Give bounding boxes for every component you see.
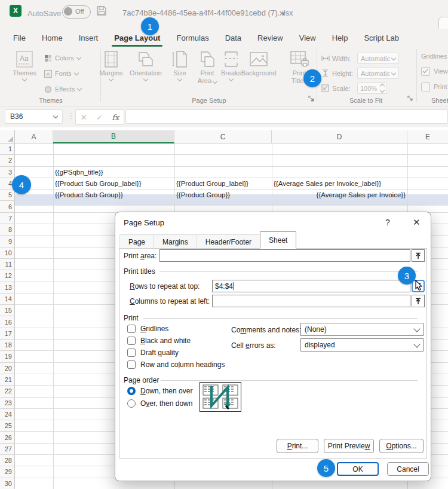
- tab-help[interactable]: Help: [332, 33, 348, 42]
- checkbox-unchecked-icon[interactable]: [127, 337, 136, 345]
- scale-spinner[interactable]: 100%: [357, 82, 387, 94]
- fonts-button[interactable]: A Fonts: [44, 67, 81, 80]
- row-header-5[interactable]: 5: [0, 190, 15, 201]
- row-header-18[interactable]: 18: [0, 340, 15, 351]
- row-header-25[interactable]: 25: [0, 420, 15, 432]
- tab-home[interactable]: Home: [42, 33, 63, 42]
- tab-data[interactable]: Data: [225, 33, 241, 42]
- row-header-22[interactable]: 22: [0, 386, 15, 397]
- column-header-e[interactable]: E: [407, 130, 448, 143]
- effects-button[interactable]: Effects: [44, 82, 81, 96]
- row-header-27[interactable]: 27: [0, 444, 15, 455]
- row-header-9[interactable]: 9: [0, 236, 15, 247]
- page-setup-dialog-launcher-icon[interactable]: [308, 96, 314, 102]
- cols-repeat-input[interactable]: [212, 295, 410, 307]
- cell-b4[interactable]: {{Product Sub Group_label}}: [55, 178, 174, 190]
- scale-to-fit-dialog-launcher-icon[interactable]: [407, 96, 413, 102]
- gridlines-print-checkbox[interactable]: Print: [421, 80, 448, 93]
- row-header-3[interactable]: 3: [0, 167, 15, 178]
- rows-repeat-input[interactable]: $4:$4: [212, 280, 410, 292]
- dialog-close-icon[interactable]: ✕: [413, 217, 421, 228]
- column-header-c[interactable]: C: [174, 130, 272, 143]
- row-header-7[interactable]: 7: [0, 213, 15, 224]
- themes-button[interactable]: Aa Themes: [7, 50, 42, 81]
- column-header-a[interactable]: A: [15, 130, 53, 143]
- row-header-15[interactable]: 15: [0, 305, 15, 316]
- row-header-11[interactable]: 11: [0, 259, 15, 270]
- tab-script-lab[interactable]: Script Lab: [364, 33, 399, 42]
- cell-b3[interactable]: {{gPSqbn_title}}: [55, 167, 173, 178]
- row-header-12[interactable]: 12: [0, 270, 15, 282]
- insert-function-icon[interactable]: fx: [112, 113, 119, 122]
- row-header-1[interactable]: 1: [0, 143, 15, 155]
- radio-unselected-icon[interactable]: [127, 399, 136, 408]
- cell-b5[interactable]: {{Product Sub Group}}: [55, 190, 173, 201]
- dialog-help-button[interactable]: ?: [385, 218, 390, 227]
- row-header-13[interactable]: 13: [0, 282, 15, 294]
- width-dropdown[interactable]: Automatic: [357, 53, 399, 64]
- row-header-19[interactable]: 19: [0, 351, 15, 362]
- row-header-8[interactable]: 8: [0, 224, 15, 236]
- margins-button[interactable]: Margins: [94, 50, 128, 81]
- row-header-21[interactable]: 21: [0, 374, 15, 386]
- row-header-16[interactable]: 16: [0, 316, 15, 328]
- cell-c4[interactable]: {{Product Group_label}}: [176, 178, 271, 190]
- row-header-17[interactable]: 17: [0, 328, 15, 340]
- cell-c5[interactable]: {{Product Group}}: [176, 190, 271, 201]
- print-preview-button[interactable]: Print Preview: [324, 439, 374, 453]
- black-white-checkbox-row[interactable]: Black and white: [127, 337, 191, 345]
- filename-dropdown-icon[interactable]: ▼: [281, 11, 286, 17]
- row-col-headings-checkbox-row[interactable]: Row and column headings: [127, 360, 225, 369]
- options-button[interactable]: Options...: [379, 439, 424, 453]
- checkbox-unchecked-icon[interactable]: [127, 360, 136, 369]
- checkbox-unchecked-icon[interactable]: [127, 325, 136, 333]
- dialog-tab-sheet[interactable]: Sheet: [260, 231, 296, 249]
- row-header-30[interactable]: 30: [0, 478, 15, 489]
- row-header-28[interactable]: 28: [0, 455, 15, 466]
- formula-input[interactable]: [125, 109, 448, 124]
- row-header-29[interactable]: 29: [0, 466, 15, 478]
- row-header-2[interactable]: 2: [0, 155, 15, 166]
- document-title[interactable]: 7ac74b8e-4486-45ea-a4f4-44f00e91cebd (7)…: [122, 8, 293, 17]
- radio-selected-icon[interactable]: [127, 387, 136, 395]
- comments-dropdown[interactable]: (None): [300, 323, 424, 336]
- print-area-collapse-button[interactable]: [412, 249, 425, 262]
- tab-insert[interactable]: Insert: [79, 33, 99, 42]
- background-button[interactable]: Background: [240, 50, 277, 77]
- row-header-10[interactable]: 10: [0, 247, 15, 259]
- select-all-corner[interactable]: [0, 130, 15, 143]
- checkbox-unchecked-icon[interactable]: [127, 349, 136, 357]
- cell-d4[interactable]: {{Average Sales per Invoice_label}}: [274, 178, 406, 190]
- cell-d5[interactable]: {{Average Sales per Invoice}}: [272, 190, 406, 201]
- ok-button[interactable]: OK: [337, 462, 379, 476]
- column-header-d[interactable]: D: [272, 130, 407, 143]
- cancel-button[interactable]: Cancel: [387, 462, 429, 476]
- row-header-20[interactable]: 20: [0, 363, 15, 374]
- autosave-toggle[interactable]: Off: [62, 5, 91, 19]
- gridlines-checkbox-row[interactable]: Gridlines: [127, 325, 168, 333]
- row-header-6[interactable]: 6: [0, 201, 15, 212]
- down-then-over-radio-row[interactable]: Down, then over: [127, 387, 192, 395]
- row-header-26[interactable]: 26: [0, 432, 15, 443]
- dialog-tab-margins[interactable]: Margins: [154, 234, 197, 249]
- height-dropdown[interactable]: Automatic: [357, 68, 399, 79]
- dialog-tab-page[interactable]: Page: [119, 234, 154, 249]
- draft-quality-checkbox-row[interactable]: Draft quality: [127, 349, 179, 357]
- orientation-button[interactable]: Orientation: [128, 50, 163, 81]
- cancel-entry-icon[interactable]: ✕: [81, 113, 87, 122]
- spinner-arrows-icon[interactable]: [381, 84, 384, 92]
- tab-formulas[interactable]: Formulas: [176, 33, 208, 42]
- chevron-down-icon[interactable]: [53, 114, 58, 118]
- dialog-tab-header-footer[interactable]: Header/Footer: [197, 234, 260, 249]
- name-box[interactable]: B36: [5, 109, 63, 124]
- print-area-input[interactable]: [159, 249, 410, 262]
- save-icon[interactable]: [96, 5, 107, 16]
- colors-button[interactable]: Colors: [44, 51, 81, 65]
- tab-file[interactable]: File: [13, 33, 26, 42]
- row-header-23[interactable]: 23: [0, 398, 15, 409]
- enter-entry-icon[interactable]: ✓: [96, 113, 103, 122]
- print-button[interactable]: Print...: [277, 439, 318, 453]
- row-header-14[interactable]: 14: [0, 294, 15, 305]
- row-header-24[interactable]: 24: [0, 409, 15, 420]
- cell-errors-dropdown[interactable]: displayed: [300, 338, 424, 352]
